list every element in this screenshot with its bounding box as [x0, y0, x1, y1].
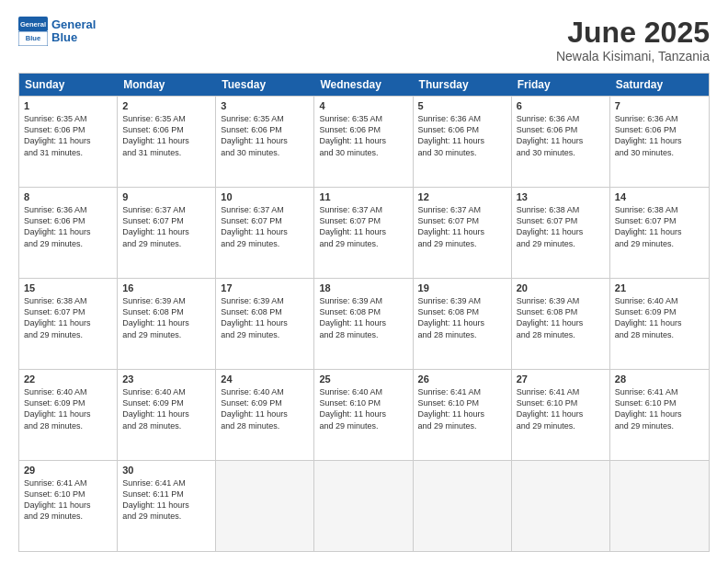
calendar-cell-16: 16Sunrise: 6:39 AM Sunset: 6:08 PM Dayli…: [118, 279, 216, 369]
calendar-cell-13: 13Sunrise: 6:38 AM Sunset: 6:07 PM Dayli…: [512, 188, 610, 278]
calendar: SundayMondayTuesdayWednesdayThursdayFrid…: [18, 73, 710, 552]
day-number: 28: [615, 373, 704, 385]
day-number: 21: [615, 282, 704, 293]
day-number: 11: [319, 191, 407, 202]
day-info: Sunrise: 6:39 AM Sunset: 6:08 PM Dayligh…: [418, 295, 506, 340]
day-number: 19: [418, 282, 506, 293]
day-info: Sunrise: 6:41 AM Sunset: 6:10 PM Dayligh…: [24, 477, 112, 523]
day-number: 29: [24, 465, 112, 476]
day-number: 16: [122, 282, 210, 293]
calendar-header: SundayMondayTuesdayWednesdayThursdayFrid…: [19, 74, 709, 96]
day-info: Sunrise: 6:39 AM Sunset: 6:08 PM Dayligh…: [221, 295, 309, 340]
calendar-cell-3: 3Sunrise: 6:35 AM Sunset: 6:06 PM Daylig…: [216, 97, 314, 187]
title-block: June 2025 Newala Kisimani, Tanzania: [556, 17, 710, 63]
day-info: Sunrise: 6:35 AM Sunset: 6:06 PM Dayligh…: [221, 113, 309, 158]
day-number: 2: [122, 100, 210, 111]
calendar-cell-17: 17Sunrise: 6:39 AM Sunset: 6:08 PM Dayli…: [216, 279, 314, 369]
calendar-cell-empty: [216, 461, 314, 551]
day-number: 18: [319, 282, 407, 293]
day-number: 4: [319, 100, 407, 111]
day-info: Sunrise: 6:39 AM Sunset: 6:08 PM Dayligh…: [122, 295, 210, 340]
page: General Blue GeneralBlue June 2025 Newal…: [0, 0, 728, 563]
calendar-cell-11: 11Sunrise: 6:37 AM Sunset: 6:07 PM Dayli…: [314, 188, 413, 278]
day-info: Sunrise: 6:35 AM Sunset: 6:06 PM Dayligh…: [122, 113, 210, 158]
calendar-cell-9: 9Sunrise: 6:37 AM Sunset: 6:07 PM Daylig…: [118, 188, 216, 278]
calendar-cell-empty: [512, 461, 610, 551]
day-number: 20: [517, 282, 605, 293]
day-number: 27: [517, 373, 605, 385]
calendar-cell-28: 28Sunrise: 6:41 AM Sunset: 6:10 PM Dayli…: [610, 370, 709, 460]
day-number: 12: [418, 191, 506, 202]
calendar-cell-15: 15Sunrise: 6:38 AM Sunset: 6:07 PM Dayli…: [19, 279, 118, 369]
day-info: Sunrise: 6:37 AM Sunset: 6:07 PM Dayligh…: [319, 204, 407, 249]
calendar-cell-2: 2Sunrise: 6:35 AM Sunset: 6:06 PM Daylig…: [118, 97, 216, 187]
day-info: Sunrise: 6:39 AM Sunset: 6:08 PM Dayligh…: [319, 295, 407, 340]
day-info: Sunrise: 6:40 AM Sunset: 6:10 PM Dayligh…: [319, 386, 407, 431]
day-number: 7: [615, 100, 704, 111]
main-title: June 2025: [556, 17, 710, 49]
logo: General Blue GeneralBlue: [18, 17, 96, 46]
calendar-row-4: 22Sunrise: 6:40 AM Sunset: 6:09 PM Dayli…: [19, 369, 709, 460]
calendar-cell-5: 5Sunrise: 6:36 AM Sunset: 6:06 PM Daylig…: [414, 97, 512, 187]
calendar-cell-1: 1Sunrise: 6:35 AM Sunset: 6:06 PM Daylig…: [19, 97, 118, 187]
day-info: Sunrise: 6:38 AM Sunset: 6:07 PM Dayligh…: [615, 204, 704, 249]
day-info: Sunrise: 6:40 AM Sunset: 6:09 PM Dayligh…: [221, 386, 309, 431]
calendar-header-saturday: Saturday: [610, 74, 709, 96]
day-number: 8: [24, 191, 112, 202]
calendar-cell-12: 12Sunrise: 6:37 AM Sunset: 6:07 PM Dayli…: [414, 188, 512, 278]
day-number: 24: [221, 373, 309, 385]
day-info: Sunrise: 6:41 AM Sunset: 6:11 PM Dayligh…: [122, 477, 210, 523]
day-info: Sunrise: 6:38 AM Sunset: 6:07 PM Dayligh…: [517, 204, 605, 249]
day-info: Sunrise: 6:36 AM Sunset: 6:06 PM Dayligh…: [418, 113, 506, 158]
day-info: Sunrise: 6:35 AM Sunset: 6:06 PM Dayligh…: [24, 113, 112, 158]
calendar-cell-30: 30Sunrise: 6:41 AM Sunset: 6:11 PM Dayli…: [118, 461, 216, 551]
calendar-cell-18: 18Sunrise: 6:39 AM Sunset: 6:08 PM Dayli…: [314, 279, 413, 369]
day-info: Sunrise: 6:37 AM Sunset: 6:07 PM Dayligh…: [418, 204, 506, 249]
calendar-row-2: 8Sunrise: 6:36 AM Sunset: 6:06 PM Daylig…: [19, 187, 709, 278]
calendar-cell-19: 19Sunrise: 6:39 AM Sunset: 6:08 PM Dayli…: [414, 279, 512, 369]
calendar-cell-26: 26Sunrise: 6:41 AM Sunset: 6:10 PM Dayli…: [414, 370, 512, 460]
logo-text: GeneralBlue: [51, 18, 96, 45]
calendar-header-friday: Friday: [512, 74, 610, 96]
day-info: Sunrise: 6:40 AM Sunset: 6:09 PM Dayligh…: [615, 295, 704, 340]
day-number: 22: [24, 373, 112, 385]
calendar-header-thursday: Thursday: [414, 74, 512, 96]
day-info: Sunrise: 6:36 AM Sunset: 6:06 PM Dayligh…: [24, 204, 112, 249]
day-number: 5: [418, 100, 506, 111]
subtitle: Newala Kisimani, Tanzania: [556, 49, 710, 63]
calendar-cell-29: 29Sunrise: 6:41 AM Sunset: 6:10 PM Dayli…: [19, 461, 118, 551]
calendar-cell-25: 25Sunrise: 6:40 AM Sunset: 6:10 PM Dayli…: [314, 370, 413, 460]
day-number: 1: [24, 100, 112, 111]
day-info: Sunrise: 6:41 AM Sunset: 6:10 PM Dayligh…: [615, 386, 704, 431]
day-number: 26: [418, 373, 506, 385]
day-number: 30: [122, 465, 210, 476]
day-number: 13: [517, 191, 605, 202]
day-number: 15: [24, 282, 112, 293]
day-number: 9: [122, 191, 210, 202]
calendar-header-sunday: Sunday: [19, 74, 118, 96]
day-info: Sunrise: 6:36 AM Sunset: 6:06 PM Dayligh…: [517, 113, 605, 158]
calendar-row-5: 29Sunrise: 6:41 AM Sunset: 6:10 PM Dayli…: [19, 460, 709, 551]
logo-icon: General Blue: [18, 17, 48, 46]
calendar-body: 1Sunrise: 6:35 AM Sunset: 6:06 PM Daylig…: [19, 96, 709, 551]
calendar-cell-20: 20Sunrise: 6:39 AM Sunset: 6:08 PM Dayli…: [512, 279, 610, 369]
day-number: 14: [615, 191, 704, 202]
day-info: Sunrise: 6:41 AM Sunset: 6:10 PM Dayligh…: [517, 386, 605, 431]
calendar-cell-empty: [314, 461, 413, 551]
header: General Blue GeneralBlue June 2025 Newal…: [18, 17, 710, 63]
day-info: Sunrise: 6:36 AM Sunset: 6:06 PM Dayligh…: [615, 113, 704, 158]
calendar-header-wednesday: Wednesday: [314, 74, 413, 96]
day-info: Sunrise: 6:37 AM Sunset: 6:07 PM Dayligh…: [221, 204, 309, 249]
calendar-cell-23: 23Sunrise: 6:40 AM Sunset: 6:09 PM Dayli…: [118, 370, 216, 460]
calendar-header-monday: Monday: [118, 74, 216, 96]
calendar-cell-27: 27Sunrise: 6:41 AM Sunset: 6:10 PM Dayli…: [512, 370, 610, 460]
day-number: 25: [319, 373, 407, 385]
calendar-cell-7: 7Sunrise: 6:36 AM Sunset: 6:06 PM Daylig…: [610, 97, 709, 187]
calendar-cell-10: 10Sunrise: 6:37 AM Sunset: 6:07 PM Dayli…: [216, 188, 314, 278]
day-number: 6: [517, 100, 605, 111]
day-info: Sunrise: 6:40 AM Sunset: 6:09 PM Dayligh…: [122, 386, 210, 431]
svg-text:Blue: Blue: [26, 34, 40, 42]
day-info: Sunrise: 6:35 AM Sunset: 6:06 PM Dayligh…: [319, 113, 407, 158]
calendar-header-tuesday: Tuesday: [216, 74, 314, 96]
day-number: 10: [221, 191, 309, 202]
